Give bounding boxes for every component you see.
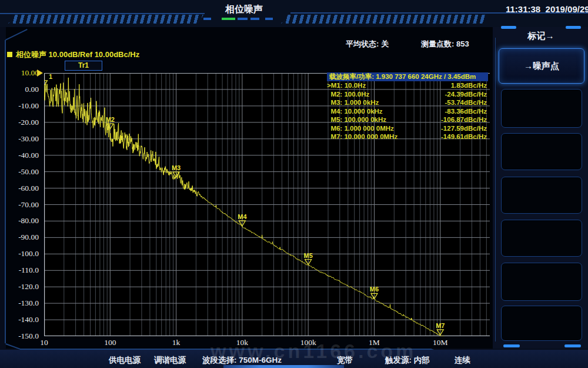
softkey-empty-6[interactable] [501, 306, 582, 341]
tab-underline-dash [203, 18, 211, 20]
softkey-noise-point-button[interactable]: →噪声点 [499, 48, 584, 84]
top-decor-line-left [0, 13, 205, 14]
tab-underline-dash [238, 18, 248, 20]
marker-row: M2: 100.0Hz-24.39dBc/Hz [327, 90, 488, 99]
marker-value: -149.61dBc/Hz [441, 132, 487, 141]
y-tick-label: -40.00 [2, 151, 39, 160]
marker-value: -83.36dBc/Hz [445, 107, 487, 116]
marker-row: M3: 1.000 0kHz-53.74dBc/Hz [327, 98, 488, 107]
marker-label: M4: 10.000 0kHz [327, 107, 383, 116]
y-tick-label: -60.00 [2, 184, 39, 193]
svg-text:M6: M6 [370, 286, 379, 293]
panel-corner-accent [564, 344, 581, 347]
svg-text:M5: M5 [304, 252, 313, 259]
x-tick-label: 100 [89, 338, 131, 347]
softkey-empty-2[interactable] [501, 133, 582, 170]
marker-row: M5: 100.000 0kHz-106.87dBc/Hz [327, 115, 488, 124]
tab-underline-dash [265, 18, 273, 20]
x-tick-label: 10 [24, 338, 65, 347]
y-tick-label: -10.00 [2, 101, 39, 111]
trace-scale-readout: 相位噪声 10.00dB/Ref 10.00dBc/Hz [7, 49, 139, 60]
svg-text:M2: M2 [106, 116, 115, 123]
marker-value: -24.39dBc/Hz [445, 90, 487, 99]
hatch-strip-right [281, 15, 487, 24]
top-bar: 相位噪声 11:31:38 2019/09/29 [0, 0, 588, 27]
y-tick-label: -30.00 [2, 134, 39, 144]
instrument-screen: 相位噪声 11:31:38 2019/09/29 平均状态: 关 测量点数: 8… [0, 0, 588, 368]
status-supply-power: 供电电源 [109, 355, 141, 366]
marker-table: 载波频率/功率: 1.930 737 660 24GHz / 3.45dBm >… [327, 72, 488, 141]
marker-value: 1.83dBc/Hz [451, 81, 487, 90]
status-tune-power: 调谐电源 [154, 355, 186, 366]
x-tick-label: 1k [156, 338, 197, 347]
marker-label: >M1: 10.0Hz [327, 81, 366, 90]
trace-color-swatch-icon [7, 52, 12, 57]
y-tick-label: -120.0 [2, 282, 39, 291]
y-tick-label: -20.00 [2, 118, 39, 127]
marker-label: M6: 1.000 000 0MHz [327, 124, 394, 133]
tab-underline-dash [250, 18, 259, 20]
bottom-accent-strip [223, 365, 344, 368]
marker-row: >M1: 10.0Hz1.83dBc/Hz [327, 81, 488, 90]
carrier-readout: 载波频率/功率: 1.930 737 660 24GHz / 3.45dBm [327, 72, 488, 81]
svg-text:1: 1 [49, 73, 52, 80]
panel-corner-accent [503, 344, 520, 347]
svg-text:M7: M7 [436, 322, 445, 329]
marker-row: M4: 10.000 0kHz-83.36dBc/Hz [327, 107, 488, 116]
x-tick-label: 10M [420, 338, 461, 347]
marker-value: -127.59dBc/Hz [441, 124, 487, 133]
average-state-readout: 平均状态: 关 [346, 39, 389, 49]
y-tick-label: -140.0 [2, 315, 39, 324]
softkey-empty-1[interactable] [501, 89, 582, 128]
marker-row: M6: 1.000 000 0MHz-127.59dBc/Hz [327, 124, 488, 133]
y-tick-label: -130.0 [2, 299, 39, 308]
marker-label: M5: 100.000 0kHz [327, 115, 386, 124]
svg-text:M4: M4 [238, 213, 247, 220]
y-tick-label: -110.0 [2, 266, 39, 275]
marker-label: M7: 10.000 000 0MHz [327, 132, 397, 141]
y-tick-label: 0.00 [2, 85, 39, 94]
softkey-empty-5[interactable] [501, 263, 582, 301]
clock: 11:31:38 2019/09/29 [506, 4, 588, 14]
measure-points-readout: 测量点数: 853 [421, 39, 469, 49]
page-title: 相位噪声 [213, 4, 275, 16]
y-tick-label: -90.00 [2, 233, 39, 242]
watermark: www.cn1166.com [211, 340, 416, 363]
hatch-strip-left [8, 15, 203, 24]
tab-underline-active [222, 18, 235, 20]
marker-label: M2: 100.0Hz [327, 90, 369, 99]
marker-value: -106.87dBc/Hz [441, 115, 487, 124]
softkey-empty-3[interactable] [501, 177, 582, 214]
svg-text:M3: M3 [172, 164, 181, 171]
y-tick-label: 10.00 [2, 68, 39, 78]
y-tick-label: -100.0 [2, 249, 39, 258]
marker-value: -53.74dBc/Hz [445, 98, 487, 107]
marker-label: M3: 1.000 0kHz [327, 98, 379, 107]
menu-header-marker[interactable]: 标记→ [501, 28, 581, 44]
y-tick-label: -70.00 [2, 200, 39, 210]
y-tick-label: -80.00 [2, 216, 39, 226]
frame-line [495, 38, 496, 342]
y-tick-label: -50.00 [2, 167, 39, 177]
trace-tab-tr1[interactable]: Tr1 [65, 61, 102, 71]
status-continuous: 连续 [455, 355, 470, 366]
softkey-empty-4[interactable] [501, 220, 582, 257]
marker-row: M7: 10.000 000 0MHz-149.61dBc/Hz [327, 132, 488, 141]
